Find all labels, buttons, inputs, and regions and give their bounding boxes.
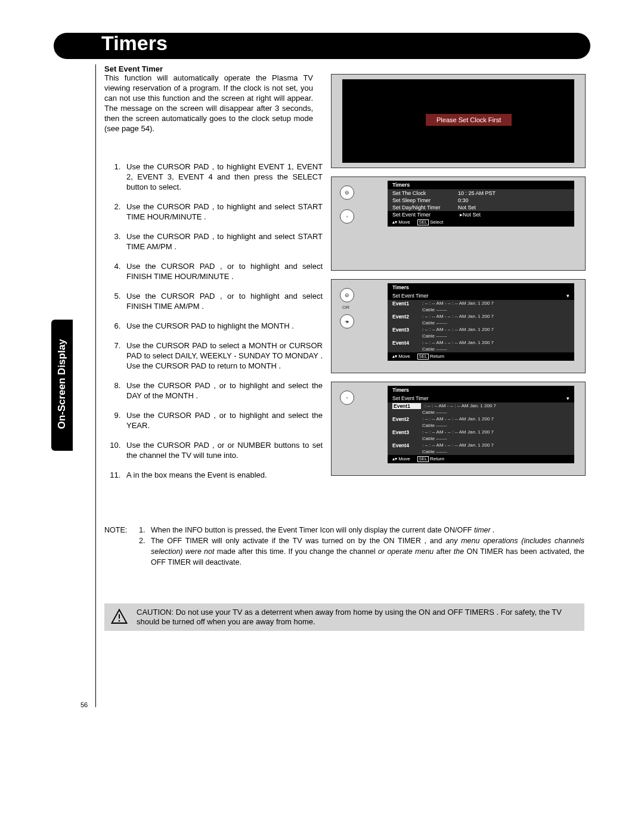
menu-title: Timers [388, 181, 574, 190]
note-text: ON TIMER has been [466, 547, 537, 556]
side-tab: On-Screen Display [51, 320, 73, 451]
tv-screenshot-event-list: ⊖ OR ◦▸ Timers Set Event Timer▾ Event1: … [331, 279, 586, 373]
osd-menu: Timers Set The Clock10 : 25 AM PST Set S… [388, 181, 574, 227]
event-channel: Cable ------- [388, 436, 574, 442]
menu-sub: Set Event Timer [392, 293, 428, 299]
event-channel: Cable ------- [388, 410, 574, 416]
event-channel: Cable ------- [388, 320, 574, 326]
event-label: Event4 [392, 442, 419, 448]
foot-sel: Return [430, 456, 444, 462]
remote-button-icon: ⊖ [340, 288, 354, 302]
step-item: Use the CURSOR PAD to highlight the MONT… [123, 321, 323, 331]
step-item: Use the CURSOR PAD , to highlight EVENT … [123, 162, 323, 192]
note-label: NOTE: [104, 525, 139, 535]
notes-block: NOTE: 1. When the INFO button is pressed… [104, 525, 584, 568]
remote-button-icon: ⊖ [340, 185, 354, 200]
caution-box: CAUTION: Do not use your TV as a deterre… [104, 603, 584, 631]
menu-row-key: Set Day/Night Timer [392, 205, 458, 210]
remote-button-icon: ◦ [340, 209, 354, 224]
foot-move: Move [398, 456, 410, 462]
tv-screenshot-event-selected: ◦ Timers Set Event Timer▾ Event1: -- : -… [331, 382, 586, 476]
event-time: : -- : -- AM - -- : -- AM Jan. 1 200 7 [422, 327, 569, 333]
menu-title: Timers [388, 283, 574, 292]
steps-list: Use the CURSOR PAD , to highlight EVENT … [113, 162, 323, 490]
event-channel: Cable ------- [388, 423, 574, 429]
menu-row-key: Set Event Timer [392, 212, 458, 218]
menu-row-val: Not Set [458, 205, 569, 210]
event-time: : -- : -- AM - -- : -- AM Jan. 1 200 7 [422, 301, 569, 306]
sel-box-icon: SEL [417, 456, 429, 462]
divider-vertical [95, 64, 96, 707]
menu-sub: Set Event Timer [392, 395, 428, 401]
menu-row-val: 10 : 25 AM PST [458, 190, 569, 196]
note-text: The OFF TIMER will only activate if the … [151, 537, 442, 545]
sel-box-icon: SEL [417, 219, 429, 225]
menu-row-val: Not Set [463, 212, 569, 218]
event-label: Event1 [392, 301, 419, 306]
note-text: When the INFO button is pressed, the Eve… [151, 526, 472, 534]
warning-icon [110, 608, 128, 626]
note-text-italic: timer . [474, 526, 495, 534]
event-label: Event3 [392, 327, 419, 333]
foot-sel: Return [430, 354, 444, 359]
step-item: Use the CURSOR PAD , or to highlight and… [123, 380, 323, 401]
event-channel: Cable ------- [388, 346, 574, 352]
side-tab-label: On-Screen Display [56, 339, 68, 429]
chevron-down-icon: ▾ [566, 395, 569, 401]
event-label-selected: Event1 [392, 403, 421, 409]
intro-paragraph: This function will automatically operate… [104, 73, 313, 134]
page-title: Timers [101, 32, 168, 55]
event-channel: Cable ------- [388, 307, 574, 313]
note-text: made after this time. If you change the … [217, 547, 376, 556]
event-label: Event3 [392, 429, 419, 435]
or-label: OR [342, 305, 349, 310]
event-time: : -- : -- AM - -- : -- AM Jan. 1 200 7 [422, 442, 569, 448]
step-item: Use the CURSOR PAD , or to highlight and… [123, 410, 323, 431]
event-label: Event2 [392, 416, 419, 422]
step-item: Use the CURSOR PAD , or or NUMBER button… [123, 440, 323, 460]
chevron-right-icon: ▸ [458, 212, 463, 218]
remote-button-icon: ◦▸ [340, 314, 354, 329]
event-time: : -- : -- AM - -- : -- AM Jan. 1 200 7 [422, 314, 569, 320]
note-number: 1. [139, 525, 151, 535]
event-channel: Cable ------- [388, 333, 574, 339]
tv-screenshot-clock-first: Please Set Clock First [331, 74, 586, 168]
sel-box-icon: SEL [417, 354, 429, 360]
note-text-italic: or operate menu [378, 547, 434, 556]
caution-text: CAUTION: Do not use your TV as a deterre… [137, 608, 584, 627]
menu-title: Timers [388, 386, 574, 394]
foot-sel: Select [430, 219, 443, 225]
event-time: : -- : -- AM - -- : -- AM Jan. 1 200 7 [425, 403, 569, 409]
event-label: Event4 [392, 340, 419, 346]
step-item: A in the box means the Event is enabled. [123, 470, 323, 480]
event-time: : -- : -- AM - -- : -- AM Jan. 1 200 7 [422, 340, 569, 346]
step-item: Use the CURSOR PAD , or to highlight and… [123, 291, 323, 311]
tv-message: Please Set Clock First [426, 114, 512, 126]
chevron-down-icon: ▾ [566, 293, 569, 299]
event-label: Event2 [392, 314, 419, 320]
step-item: Use the CURSOR PAD , to highlight and se… [123, 202, 323, 222]
note-text-italic: the [454, 547, 464, 556]
page-number: 56 [80, 701, 88, 708]
menu-row-key: Set Sleep Timer [392, 197, 458, 203]
foot-move: Move [398, 219, 410, 225]
step-item: Use the CURSOR PAD , or to highlight and… [123, 261, 323, 281]
svg-point-1 [119, 620, 120, 622]
foot-move: Move [398, 354, 410, 359]
event-time: : -- : -- AM - -- : -- AM Jan. 1 200 7 [422, 416, 569, 422]
step-item: Use the CURSOR PAD to select a MONTH or … [123, 340, 323, 371]
note-number: 2. [139, 535, 151, 568]
remote-button-icon: ◦ [340, 391, 354, 405]
tv-screenshot-timers-menu: ⊖ ◦ Timers Set The Clock10 : 25 AM PST S… [331, 176, 586, 271]
osd-event-menu-selected: Timers Set Event Timer▾ Event1: -- : -- … [388, 386, 574, 463]
event-channel: Cable ------- [388, 449, 574, 455]
menu-row-key: Set The Clock [392, 190, 458, 196]
section-heading: Set Event Timer [104, 64, 163, 73]
event-time: : -- : -- AM - -- : -- AM Jan. 1 200 7 [422, 429, 569, 435]
step-item: Use the CURSOR PAD , to highlight and se… [123, 231, 323, 252]
note-text: after [436, 547, 451, 556]
osd-event-menu: Timers Set Event Timer▾ Event1: -- : -- … [388, 283, 574, 361]
menu-row-val: 0:30 [458, 197, 569, 203]
